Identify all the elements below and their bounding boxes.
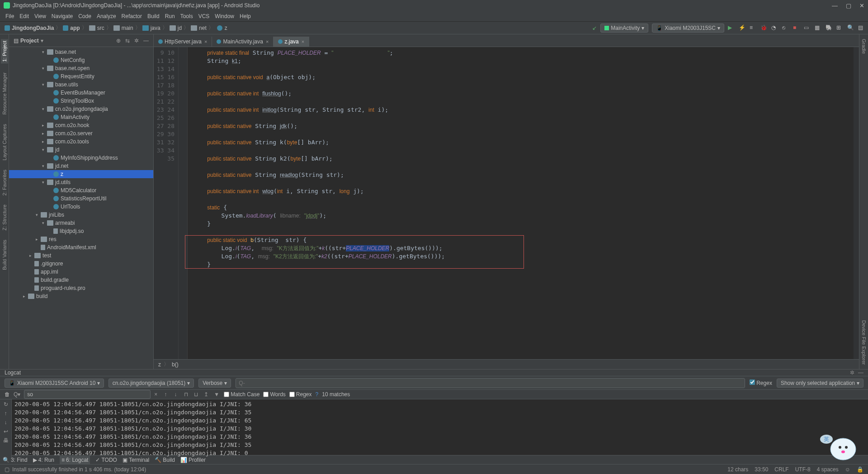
tree-row[interactable]: StringToolBox <box>9 97 153 105</box>
menu-analyze[interactable]: Analyze <box>94 13 119 19</box>
sync-ok-icon[interactable]: ↙ <box>592 25 597 31</box>
close-tab-icon[interactable]: × <box>266 39 269 44</box>
minimize-icon[interactable]: — <box>832 2 838 9</box>
hide-icon[interactable]: — <box>858 370 863 376</box>
tree-row[interactable]: MD5Calculator <box>9 186 153 194</box>
tool-run[interactable]: ▶ 4: Run <box>33 457 54 463</box>
tool-logcat[interactable]: ≡ 6: Logcat <box>60 456 90 464</box>
tree-row[interactable]: EventBusManager <box>9 89 153 97</box>
tree-row[interactable]: ▸test <box>9 251 153 260</box>
apply-changes-icon[interactable]: ⚡ <box>739 24 746 32</box>
tree-row[interactable]: ▾jd.utils <box>9 178 153 186</box>
logcat-search-input[interactable] <box>236 378 745 388</box>
profile-icon[interactable]: ◔ <box>771 24 778 32</box>
status-line-sep[interactable]: CRLF <box>774 466 788 473</box>
tool-find[interactable]: 🔍 3: Find <box>3 457 28 463</box>
stop-icon[interactable]: ■ <box>793 24 800 32</box>
menu-run[interactable]: Run <box>162 13 178 19</box>
hide-icon[interactable]: — <box>143 38 149 44</box>
match-case-check[interactable]: Match Case <box>224 391 259 398</box>
tool-resource-manager[interactable]: Resource Manager <box>2 72 7 115</box>
sdk-icon[interactable]: ▦ <box>815 24 822 32</box>
run-config-selector[interactable]: MainActivity ▾ <box>600 24 648 33</box>
tree-row[interactable]: ▾base.net <box>9 48 153 56</box>
trash-icon[interactable]: 🗑 <box>5 391 10 398</box>
settings-icon[interactable]: ✲ <box>134 38 139 44</box>
tree-row[interactable]: app.iml <box>9 268 153 276</box>
tree-row[interactable]: AndroidManifest.xml <box>9 243 153 251</box>
print-icon[interactable]: 🖶 <box>3 437 9 444</box>
status-indent[interactable]: 4 spaces <box>817 466 839 473</box>
help-icon[interactable]: ? <box>316 391 319 398</box>
regex-check[interactable]: Regex <box>289 391 312 398</box>
logcat-find-input[interactable] <box>24 390 151 399</box>
editor-tab[interactable]: MainActivity.java× <box>212 37 274 47</box>
tree-row[interactable]: ▸res <box>9 235 153 243</box>
restart-icon[interactable]: ↻ <box>4 401 8 408</box>
maximize-icon[interactable]: ▢ <box>846 2 851 9</box>
logcat-level-selector[interactable]: Verbose ▾ <box>198 379 231 388</box>
tree-row[interactable]: ▾jniLibs <box>9 211 153 219</box>
menu-tools[interactable]: Tools <box>178 13 196 19</box>
tree-row[interactable]: proguard-rules.pro <box>9 284 153 292</box>
editor-tab[interactable]: HttpServer.java× <box>154 37 212 47</box>
tree-row[interactable]: NetConfig <box>9 56 153 64</box>
collapse-icon[interactable]: ⇆ <box>125 38 130 44</box>
tree-row[interactable]: ▾base.utils <box>9 81 153 89</box>
tree-row[interactable]: ▾armeabi <box>9 219 153 227</box>
tool-device-file-explorer[interactable]: Device File Explorer <box>861 320 867 365</box>
tool-profiler[interactable]: 📊 Profiler <box>180 457 206 463</box>
menu-navigate[interactable]: Navigate <box>49 13 75 19</box>
tree-row[interactable]: ▾jd <box>9 146 153 154</box>
tree-row[interactable]: MainActivity <box>9 113 153 121</box>
tree-row[interactable]: .gitignore <box>9 260 153 268</box>
editor-body[interactable]: 9 10 11 12 13 14 15 16 17 18 19 20 21 22… <box>154 47 859 359</box>
tree-row[interactable]: MyInfoShippingAddress <box>9 154 153 162</box>
menu-help[interactable]: Help <box>237 13 254 19</box>
editor-tab[interactable]: z.java× <box>274 37 309 47</box>
lock-icon[interactable]: 🔒 <box>857 466 863 473</box>
tree-row[interactable]: ▸com.o2o.server <box>9 129 153 137</box>
next-icon[interactable]: ↓ <box>174 391 180 398</box>
layout-icon[interactable]: ▤ <box>858 24 865 32</box>
error-stripe[interactable] <box>854 47 859 359</box>
close-tab-icon[interactable]: × <box>204 39 207 44</box>
highlight-icon[interactable]: ⊔ <box>194 391 200 398</box>
menu-build[interactable]: Build <box>145 13 162 19</box>
close-icon[interactable]: ✕ <box>859 2 864 9</box>
tree-row[interactable]: ▾jd.net <box>9 162 153 170</box>
tree-row[interactable]: RequestEntity <box>9 72 153 81</box>
close-tab-icon[interactable]: × <box>302 39 304 44</box>
up-icon[interactable]: ↑ <box>5 410 7 417</box>
pin-icon[interactable]: ⊓ <box>184 391 190 398</box>
menu-edit[interactable]: Edit <box>17 13 32 19</box>
tool-project[interactable]: 1: Project <box>1 39 8 63</box>
structure-icon[interactable]: ⊞ <box>836 24 844 32</box>
filter-icon[interactable]: ▼ <box>214 391 220 398</box>
menu-view[interactable]: View <box>32 13 49 19</box>
logcat-filter-selector[interactable]: Show only selected application ▾ <box>777 379 863 388</box>
project-tree[interactable]: ▾base.netNetConfig▾base.net.openRequestE… <box>9 47 153 369</box>
prev-icon[interactable]: ↑ <box>164 391 170 398</box>
apply-code-icon[interactable]: ≡ <box>750 24 757 32</box>
logcat-output[interactable]: 2020-08-05 12:04:56.497 18051-18051/cn.o… <box>12 399 868 458</box>
tree-row[interactable]: ▸build <box>9 292 153 300</box>
down-icon[interactable]: ↓ <box>5 419 7 426</box>
status-encoding[interactable]: UTF-8 <box>795 466 811 473</box>
tool-gradle[interactable]: Gradle <box>861 39 867 54</box>
words-check[interactable]: Words <box>263 391 285 398</box>
crumb-class[interactable]: z <box>158 361 161 368</box>
menu-file[interactable]: File <box>3 13 17 19</box>
device-selector[interactable]: 📱Xiaomi M2003J15SC ▾ <box>652 24 724 33</box>
crumb-method[interactable]: b() <box>172 361 179 368</box>
menu-vcs[interactable]: VCS <box>196 13 212 19</box>
menu-refactor[interactable]: Refactor <box>119 13 145 19</box>
logcat-regex-check[interactable]: Regex <box>750 379 772 386</box>
status-icon[interactable]: ▢ <box>5 466 9 473</box>
sync-icon[interactable]: 🐘 <box>826 24 833 32</box>
tree-row[interactable]: build.gradle <box>9 276 153 284</box>
inspection-icon[interactable]: ☺ <box>845 466 850 473</box>
export-icon[interactable]: ↥ <box>204 391 210 398</box>
code-area[interactable]: private static final String PLACE_HOLDER… <box>188 47 854 359</box>
run-icon[interactable]: ▶ <box>728 24 735 32</box>
